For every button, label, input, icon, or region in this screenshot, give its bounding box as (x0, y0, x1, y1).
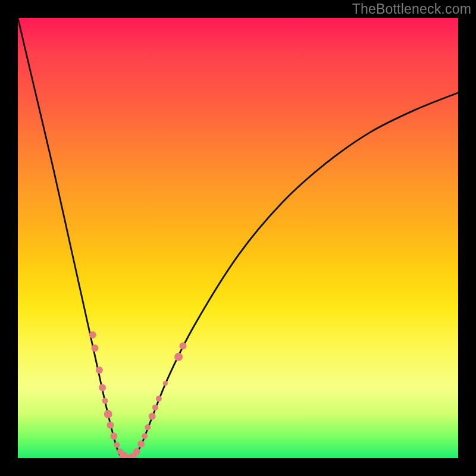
data-marker (110, 433, 117, 440)
data-marker (145, 424, 151, 430)
data-marker (104, 410, 112, 418)
data-marker (99, 384, 106, 392)
data-marker (107, 422, 114, 429)
data-marker (142, 433, 148, 439)
data-marker (92, 345, 99, 352)
data-marker (152, 405, 158, 411)
data-marker (180, 342, 187, 349)
data-marker (163, 381, 168, 386)
data-marker (149, 413, 156, 420)
data-marker (102, 398, 108, 404)
data-marker (133, 448, 140, 455)
data-marker (174, 353, 183, 361)
data-marker (114, 442, 120, 448)
watermark-text: TheBottleneck.com (352, 1, 471, 17)
data-marker (156, 396, 162, 402)
chart-frame: TheBottleneck.com (0, 0, 476, 476)
data-marker (89, 331, 96, 339)
chart-svg (18, 18, 458, 458)
curve-line (18, 18, 458, 458)
data-marker (137, 440, 145, 447)
plot-area (18, 18, 458, 458)
data-marker (96, 367, 103, 374)
